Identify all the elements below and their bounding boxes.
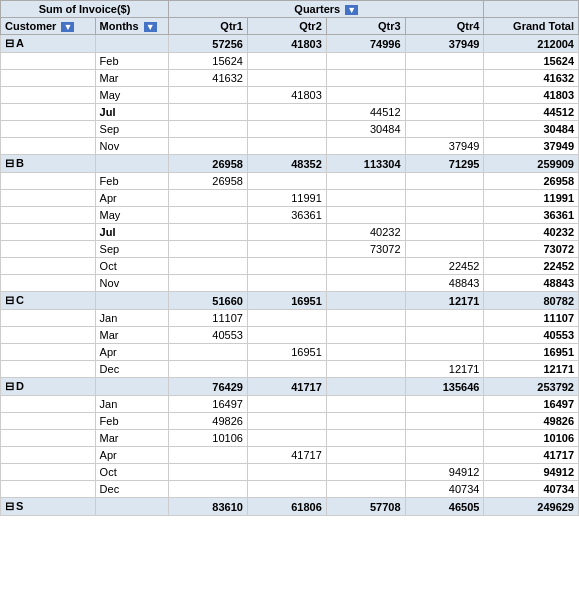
qtr2-group-cell: 41717 [247, 378, 326, 396]
group-row: ⊟S83610618065770846505249629 [1, 498, 579, 516]
grand-total-detail-cell: 26958 [484, 173, 579, 190]
grand-total-detail-cell: 41717 [484, 447, 579, 464]
months-filter-button[interactable]: ▼ [144, 22, 157, 32]
detail-customer-cell [1, 138, 96, 155]
qtr1-detail-cell [169, 87, 248, 104]
month-cell: May [95, 207, 169, 224]
detail-row: Nov4884348843 [1, 275, 579, 292]
detail-customer-cell [1, 121, 96, 138]
qtr1-detail-cell: 16497 [169, 396, 248, 413]
qtr2-detail-cell [247, 413, 326, 430]
main-header-row: Customer ▼ Months ▼ Qtr1 Qtr2 Qtr3 Qtr4 … [1, 18, 579, 35]
qtr3-detail-cell [326, 430, 405, 447]
qtr1-detail-cell [169, 344, 248, 361]
detail-row: Jul4451244512 [1, 104, 579, 121]
quarters-filter-button[interactable]: ▼ [345, 5, 358, 15]
month-empty-cell [95, 292, 169, 310]
qtr2-detail-cell: 41803 [247, 87, 326, 104]
qtr1-detail-cell [169, 190, 248, 207]
grand-total-detail-cell: 49826 [484, 413, 579, 430]
qtr2-detail-cell [247, 481, 326, 498]
qtr2-detail-cell [247, 430, 326, 447]
qtr1-detail-cell: 10106 [169, 430, 248, 447]
qtr3-detail-cell [326, 481, 405, 498]
qtr4-group-cell: 46505 [405, 498, 484, 516]
expand-icon[interactable]: ⊟ [5, 157, 14, 169]
detail-customer-cell [1, 275, 96, 292]
qtr1-detail-cell [169, 241, 248, 258]
month-cell: Mar [95, 327, 169, 344]
detail-row: Nov3794937949 [1, 138, 579, 155]
grand-total-detail-cell: 94912 [484, 464, 579, 481]
detail-row: Oct2245222452 [1, 258, 579, 275]
qtr1-detail-cell: 15624 [169, 53, 248, 70]
detail-customer-cell [1, 224, 96, 241]
qtr4-detail-cell [405, 190, 484, 207]
grand-total-detail-cell: 44512 [484, 104, 579, 121]
qtr3-group-cell: 113304 [326, 155, 405, 173]
month-cell: Oct [95, 258, 169, 275]
grand-total-detail-cell: 37949 [484, 138, 579, 155]
expand-icon[interactable]: ⊟ [5, 500, 14, 512]
qtr4-group-cell: 71295 [405, 155, 484, 173]
month-cell: Jul [95, 224, 169, 241]
qtr2-detail-cell [247, 464, 326, 481]
detail-customer-cell [1, 53, 96, 70]
qtr1-detail-cell: 49826 [169, 413, 248, 430]
top-header-row: Sum of Invoice($) Quarters ▼ [1, 1, 579, 18]
qtr3-detail-cell [326, 207, 405, 224]
detail-customer-cell [1, 396, 96, 413]
grand-total-group-cell: 80782 [484, 292, 579, 310]
qtr2-group-cell: 16951 [247, 292, 326, 310]
customer-filter-button[interactable]: ▼ [61, 22, 74, 32]
qtr3-detail-cell: 30484 [326, 121, 405, 138]
expand-icon[interactable]: ⊟ [5, 294, 14, 306]
grand-total-detail-cell: 11991 [484, 190, 579, 207]
month-cell: Apr [95, 190, 169, 207]
detail-row: Jan1110711107 [1, 310, 579, 327]
qtr3-group-cell: 57708 [326, 498, 405, 516]
qtr2-detail-cell [247, 361, 326, 378]
grand-total-detail-cell: 40734 [484, 481, 579, 498]
qtr1-group-cell: 76429 [169, 378, 248, 396]
group-row: ⊟A57256418037499637949212004 [1, 35, 579, 53]
detail-row: Dec1217112171 [1, 361, 579, 378]
qtr4-detail-cell [405, 447, 484, 464]
qtr4-group-cell: 135646 [405, 378, 484, 396]
qtr1-group-cell: 83610 [169, 498, 248, 516]
month-empty-cell [95, 498, 169, 516]
grand-total-detail-cell: 41803 [484, 87, 579, 104]
quarters-label: Quarters [294, 3, 340, 15]
grand-total-detail-cell: 12171 [484, 361, 579, 378]
grand-total-detail-cell: 36361 [484, 207, 579, 224]
detail-customer-cell [1, 173, 96, 190]
grand-total-detail-cell: 16497 [484, 396, 579, 413]
qtr2-detail-cell [247, 173, 326, 190]
month-cell: Feb [95, 53, 169, 70]
grand-total-group-cell: 259909 [484, 155, 579, 173]
qtr1-detail-cell [169, 121, 248, 138]
qtr2-group-cell: 61806 [247, 498, 326, 516]
expand-icon[interactable]: ⊟ [5, 37, 14, 49]
pivot-table: Sum of Invoice($) Quarters ▼ Customer ▼ … [0, 0, 579, 516]
qtr4-detail-cell [405, 121, 484, 138]
detail-customer-cell [1, 241, 96, 258]
detail-row: Mar4055340553 [1, 327, 579, 344]
detail-customer-cell [1, 464, 96, 481]
detail-row: Sep7307273072 [1, 241, 579, 258]
detail-row: Jan1649716497 [1, 396, 579, 413]
qtr1-group-cell: 57256 [169, 35, 248, 53]
qtr2-detail-cell [247, 396, 326, 413]
detail-customer-cell [1, 327, 96, 344]
qtr3-detail-cell [326, 190, 405, 207]
qtr1-detail-cell [169, 104, 248, 121]
expand-icon[interactable]: ⊟ [5, 380, 14, 392]
quarters-header: Quarters ▼ [169, 1, 484, 18]
months-header: Months ▼ [95, 18, 169, 35]
qtr1-detail-cell: 11107 [169, 310, 248, 327]
qtr3-detail-cell [326, 138, 405, 155]
grand-total-group-cell: 253792 [484, 378, 579, 396]
month-cell: Sep [95, 121, 169, 138]
customer-header: Customer ▼ [1, 18, 96, 35]
qtr3-detail-cell: 40232 [326, 224, 405, 241]
